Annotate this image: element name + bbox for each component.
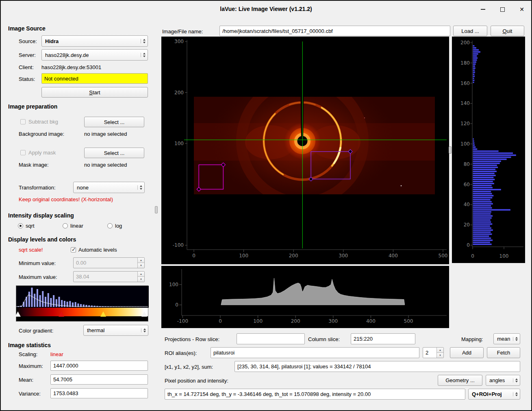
column-slice-input[interactable] bbox=[351, 333, 415, 344]
svg-text:100: 100 bbox=[169, 282, 178, 287]
client-label: Client: bbox=[19, 64, 34, 70]
maximum-value-spinbox[interactable]: 38.04 ▲▼ bbox=[73, 271, 145, 282]
log-radio[interactable] bbox=[107, 223, 113, 228]
spin-arrows-icon[interactable]: ▲▼ bbox=[137, 258, 144, 268]
svg-text:180: 180 bbox=[460, 60, 470, 66]
coordinates-warning: Keep original coordinates! (X-horizontal… bbox=[19, 196, 113, 202]
fetch-roi-label: Fetch bbox=[497, 350, 510, 356]
image-source-heading: Image Source bbox=[8, 25, 46, 32]
dropdown-arrows-icon bbox=[513, 392, 518, 396]
gradient-marker-left-icon[interactable] bbox=[15, 311, 21, 317]
roi-count-spinbox[interactable]: 2 ▲▼ bbox=[423, 347, 444, 358]
intensity-histogram-plot[interactable]: 0204060801001201401601802000100 bbox=[452, 37, 525, 263]
right-splitter-handle[interactable] bbox=[449, 146, 452, 154]
levels-histogram-plot bbox=[16, 286, 149, 308]
intensity-scaling-heading: Intensity display scaling bbox=[8, 212, 74, 219]
color-gradient-select[interactable]: thermal bbox=[83, 325, 148, 336]
roi-aliases-label: ROI alias(es): bbox=[165, 350, 197, 356]
subtract-bkg-checkbox[interactable] bbox=[20, 119, 26, 124]
stats-maximum-label: Maximum: bbox=[19, 363, 43, 369]
maximize-icon[interactable] bbox=[499, 6, 506, 13]
spin-arrows-icon[interactable]: ▲▼ bbox=[137, 272, 144, 282]
maximum-value-label: Maximum value: bbox=[19, 274, 57, 280]
svg-text:20: 20 bbox=[464, 222, 470, 228]
dropdown-arrows-icon bbox=[141, 53, 145, 57]
load-button[interactable]: Load ... bbox=[453, 26, 487, 36]
svg-text:120: 120 bbox=[460, 121, 470, 126]
add-roi-button[interactable]: Add bbox=[450, 347, 484, 358]
mapping-select[interactable]: mean bbox=[493, 333, 520, 344]
select-background-button[interactable]: Select ... bbox=[84, 117, 144, 127]
svg-text:300: 300 bbox=[328, 318, 338, 324]
svg-text:160: 160 bbox=[460, 80, 470, 86]
source-label: Source: bbox=[19, 38, 37, 44]
apply-mask-checkbox[interactable] bbox=[20, 150, 26, 155]
quit-button[interactable]: Quit bbox=[491, 26, 524, 36]
left-splitter-handle[interactable] bbox=[155, 206, 158, 213]
main-image-plot[interactable]: 0100200300400500300200100-100 bbox=[161, 37, 449, 264]
angles-select[interactable]: angles bbox=[486, 375, 520, 386]
stats-variance-label: Variance: bbox=[19, 391, 41, 397]
automatic-levels-label: Automatic levels bbox=[78, 247, 117, 253]
gradient-marker-red-icon[interactable] bbox=[59, 311, 64, 317]
client-value: haso228jk.desy.de:53001 bbox=[41, 64, 101, 70]
select-background-label: Select ... bbox=[104, 119, 125, 125]
svg-text:300: 300 bbox=[339, 253, 348, 259]
sqrt-radio[interactable] bbox=[18, 223, 23, 228]
geometry-button[interactable]: Geometry ... bbox=[438, 375, 482, 386]
dropdown-arrows-icon bbox=[141, 328, 146, 333]
add-roi-label: Add bbox=[462, 350, 471, 356]
load-button-label: Load ... bbox=[461, 28, 479, 34]
close-icon[interactable]: ✕ bbox=[518, 6, 525, 13]
stats-mean-field bbox=[50, 374, 148, 385]
gradient-marker-yellow-icon[interactable] bbox=[100, 311, 106, 317]
sqrt-scale-note: sqrt scale! bbox=[19, 247, 43, 253]
transformation-select[interactable]: none bbox=[73, 182, 145, 193]
file-name-input[interactable] bbox=[219, 26, 450, 36]
background-image-value: no image selected bbox=[84, 131, 127, 137]
server-select[interactable]: haso228jk.desy.de bbox=[41, 49, 148, 61]
roi-count-value: 2 bbox=[423, 350, 436, 356]
fetch-roi-button[interactable]: Fetch bbox=[487, 347, 520, 358]
start-button[interactable]: Start bbox=[41, 87, 148, 98]
levels-histogram-widget[interactable] bbox=[16, 285, 148, 322]
color-gradient-bar bbox=[16, 308, 148, 316]
pixel-intensity-field bbox=[165, 389, 465, 400]
svg-text:140: 140 bbox=[460, 100, 470, 106]
status-label: Status: bbox=[19, 76, 35, 82]
svg-text:0: 0 bbox=[175, 302, 178, 308]
svg-text:400: 400 bbox=[389, 253, 398, 259]
gradient-marker-right-icon[interactable] bbox=[141, 311, 147, 317]
linear-radio[interactable] bbox=[63, 223, 68, 228]
server-label: Server: bbox=[19, 52, 36, 58]
minimum-value-label: Minimum value: bbox=[19, 260, 56, 266]
automatic-levels-checkbox[interactable] bbox=[71, 247, 76, 252]
mask-image-value: no image selected bbox=[84, 162, 127, 168]
source-select[interactable]: Hidra bbox=[41, 35, 148, 47]
svg-text:200: 200 bbox=[174, 90, 184, 96]
svg-text:100: 100 bbox=[460, 141, 470, 147]
svg-text:100: 100 bbox=[239, 253, 248, 259]
projection-plot[interactable]: 0100-1000100200300400500 bbox=[161, 266, 449, 328]
sqrt-radio-label: sqrt bbox=[26, 223, 35, 229]
select-mask-label: Select ... bbox=[104, 150, 125, 156]
svg-text:100: 100 bbox=[499, 253, 509, 259]
tool-mode-select[interactable]: Q+ROI+Proj bbox=[468, 389, 520, 400]
svg-text:100: 100 bbox=[253, 318, 263, 324]
log-radio-label: log bbox=[115, 223, 122, 229]
titlebar[interactable]: laVue: Live Image Viewer (v1.21.2) ✕ bbox=[1, 1, 531, 18]
svg-text:200: 200 bbox=[460, 40, 470, 46]
svg-text:0: 0 bbox=[192, 253, 195, 259]
roi-aliases-input[interactable] bbox=[211, 347, 419, 358]
minimize-icon[interactable] bbox=[479, 6, 486, 13]
svg-text:0: 0 bbox=[219, 318, 222, 324]
svg-text:100: 100 bbox=[174, 141, 184, 146]
projections-row-slice-label: Projections - Row slice: bbox=[165, 336, 219, 342]
minimum-value-spinbox[interactable]: 0.00 ▲▼ bbox=[73, 257, 145, 268]
stats-maximum-field bbox=[50, 361, 148, 371]
svg-text:500: 500 bbox=[404, 318, 413, 324]
select-mask-button[interactable]: Select ... bbox=[84, 148, 144, 158]
row-slice-input[interactable] bbox=[237, 333, 305, 344]
spin-arrows-icon[interactable]: ▲▼ bbox=[436, 348, 443, 358]
color-gradient-label: Color gradient: bbox=[19, 328, 53, 334]
